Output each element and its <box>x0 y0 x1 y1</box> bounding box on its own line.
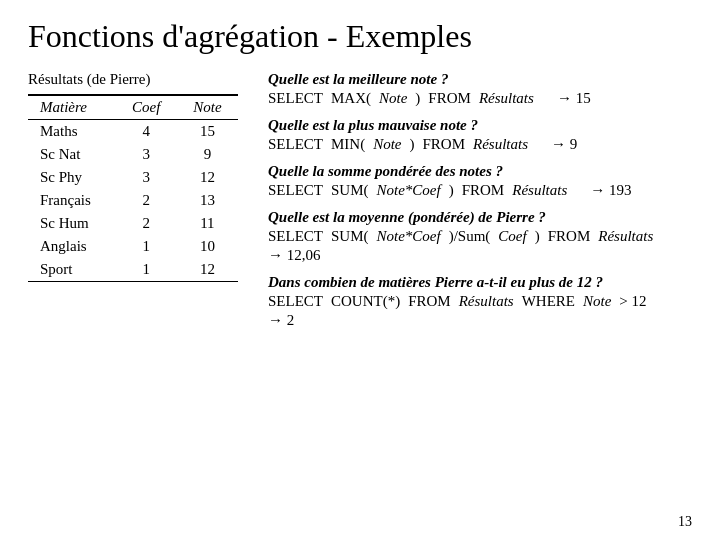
results-table: Matière Coef Note Maths415Sc Nat39Sc Phy… <box>28 94 238 282</box>
table-row: Sport112 <box>28 258 238 282</box>
question-text: Dans combien de matières Pierre a-t-il e… <box>268 274 692 291</box>
table-cell: 9 <box>177 143 238 166</box>
table-cell: Sport <box>28 258 116 282</box>
table-cell: 15 <box>177 120 238 144</box>
query-line: SELECT COUNT(*) FROM Résultats WHERE Not… <box>268 293 692 310</box>
table-cell: 11 <box>177 212 238 235</box>
table-cell: Sc Hum <box>28 212 116 235</box>
table-row: Maths415 <box>28 120 238 144</box>
question-text: Quelle la somme pondérée des notes ? <box>268 163 692 180</box>
table-cell: 1 <box>116 258 177 282</box>
table-cell: 2 <box>116 189 177 212</box>
question-text: Quelle est la plus mauvaise note ? <box>268 117 692 134</box>
table-row: Anglais110 <box>28 235 238 258</box>
table-cell: 12 <box>177 258 238 282</box>
table-cell: Sc Nat <box>28 143 116 166</box>
query-line: SELECT SUM(Note*Coef) FROM Résultats → 1… <box>268 182 692 199</box>
table-cell: 10 <box>177 235 238 258</box>
question-text: Quelle est la moyenne (pondérée) de Pier… <box>268 209 692 226</box>
table-cell: 4 <box>116 120 177 144</box>
col-header-coef: Coef <box>116 95 177 120</box>
page-number: 13 <box>678 514 692 530</box>
right-panel: Quelle est la meilleure note ?SELECT MAX… <box>268 71 692 331</box>
table-cell: Anglais <box>28 235 116 258</box>
slide: Fonctions d'agrégation - Exemples Résult… <box>0 0 720 540</box>
result-line: → 2 <box>268 312 692 329</box>
table-cell: 12 <box>177 166 238 189</box>
table-cell: 13 <box>177 189 238 212</box>
table-cell: 3 <box>116 143 177 166</box>
table-cell: Sc Phy <box>28 166 116 189</box>
content-area: Résultats (de Pierre) Matière Coef Note … <box>28 71 692 331</box>
table-cell: 1 <box>116 235 177 258</box>
table-cell: 2 <box>116 212 177 235</box>
table-row: Sc Hum211 <box>28 212 238 235</box>
query-line: SELECT MAX(Note) FROM Résultats → 15 <box>268 90 692 107</box>
col-header-matiere: Matière <box>28 95 116 120</box>
table-cell: Français <box>28 189 116 212</box>
table-cell: Maths <box>28 120 116 144</box>
table-row: Français213 <box>28 189 238 212</box>
table-cell: 3 <box>116 166 177 189</box>
result-line: → 12,06 <box>268 247 692 264</box>
table-label: Résultats (de Pierre) <box>28 71 248 88</box>
slide-title: Fonctions d'agrégation - Exemples <box>28 18 692 55</box>
table-row: Sc Phy312 <box>28 166 238 189</box>
query-line: SELECT MIN(Note) FROM Résultats → 9 <box>268 136 692 153</box>
table-row: Sc Nat39 <box>28 143 238 166</box>
left-panel: Résultats (de Pierre) Matière Coef Note … <box>28 71 248 282</box>
question-text: Quelle est la meilleure note ? <box>268 71 692 88</box>
query-line: SELECT SUM(Note*Coef)/Sum(Coef) FROM Rés… <box>268 228 692 245</box>
col-header-note: Note <box>177 95 238 120</box>
